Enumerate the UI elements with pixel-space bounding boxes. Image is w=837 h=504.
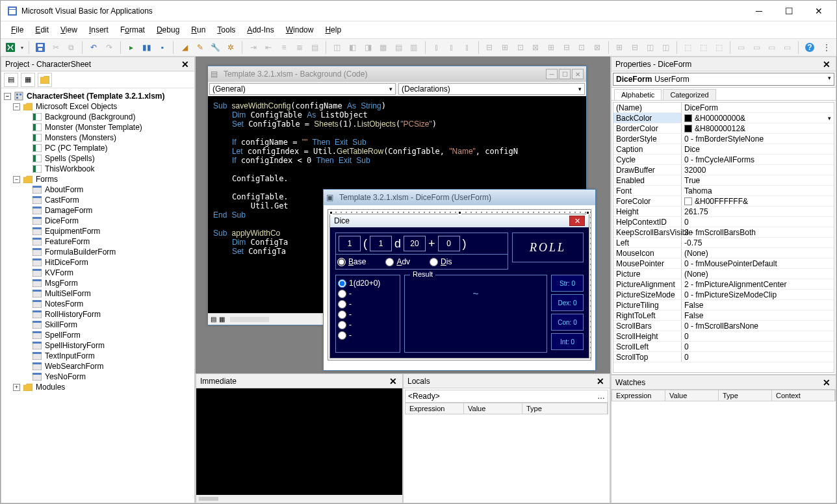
tb-icon[interactable]: ⬚ xyxy=(712,40,726,55)
close-icon[interactable]: ✕ xyxy=(180,59,190,69)
tree-item[interactable]: KVForm xyxy=(1,268,194,278)
tb-icon[interactable]: ⫿ xyxy=(444,40,459,55)
ellipsis-icon[interactable]: … xyxy=(597,392,605,401)
roll-button[interactable]: ROLL xyxy=(512,233,584,262)
properties-grid[interactable]: (Name)DiceFormBackColor&H00000000&▾Borde… xyxy=(613,102,834,373)
property-row[interactable]: HelpContextID0 xyxy=(613,217,834,227)
tb-icon[interactable]: ◧ xyxy=(346,40,360,55)
tb-icon[interactable]: ⬚ xyxy=(697,40,711,55)
property-row[interactable]: PictureSizeMode0 - fmPictureSizeModeClip xyxy=(613,290,834,300)
stat-button[interactable]: Dex: 0 xyxy=(551,294,584,311)
tb-icon[interactable]: ≣ xyxy=(292,40,307,55)
property-row[interactable]: (Name)DiceForm xyxy=(613,103,834,113)
tb-icon[interactable]: ⫿ xyxy=(430,40,444,55)
tb-icon[interactable]: ⊠ xyxy=(528,40,543,55)
close-button[interactable]: ✕ xyxy=(804,1,834,21)
dice-userform[interactable]: Dice ✕ ( xyxy=(329,214,589,359)
tb-icon[interactable]: ▤ xyxy=(307,40,322,55)
tb-icon[interactable]: ▭ xyxy=(750,40,764,55)
tb-icon[interactable]: ≡ xyxy=(277,40,291,55)
view-excel-icon[interactable] xyxy=(3,40,18,55)
tree-item[interactable]: −Microsoft Excel Objects xyxy=(1,101,194,112)
redo-icon[interactable]: ↷ xyxy=(102,40,116,55)
property-row[interactable]: CaptionDice xyxy=(613,144,834,155)
property-row[interactable]: ForeColor&H00FFFFFF& xyxy=(613,196,834,207)
property-row[interactable]: Cycle0 - fmCycleAllForms xyxy=(613,155,834,165)
tb-icon[interactable]: ▭ xyxy=(734,40,749,55)
toolbar-overflow-icon[interactable]: ⋮ xyxy=(819,40,834,55)
stat-button[interactable]: Str: 0 xyxy=(551,275,584,292)
minimize-button[interactable]: ─ xyxy=(744,1,774,21)
tb-icon[interactable]: ⊟ xyxy=(628,40,642,55)
property-row[interactable]: Height261.75 xyxy=(613,207,834,217)
code-proc-dropdown[interactable]: (Declarations)▾ xyxy=(398,83,585,95)
radio-base[interactable]: Base xyxy=(337,257,366,266)
menu-file[interactable]: File xyxy=(6,23,29,37)
menu-format[interactable]: Format xyxy=(115,23,150,37)
close-icon[interactable]: ✕ xyxy=(821,377,832,388)
watches-pane[interactable] xyxy=(612,401,836,503)
maximize-icon[interactable]: ☐ xyxy=(559,69,571,79)
form-window-title[interactable]: ▣ Template 3.2.1.xlsm - DiceForm (UserFo… xyxy=(324,190,595,205)
tb-icon[interactable]: ⊞ xyxy=(613,40,627,55)
tree-item[interactable]: FormulaBuilderForm xyxy=(1,247,194,257)
run-icon[interactable]: ▸ xyxy=(125,40,139,55)
tree-item[interactable]: −CharacterSheet (Template 3.2.1.xlsm) xyxy=(1,91,194,101)
tree-item[interactable]: CastForm xyxy=(1,195,194,205)
view-icon[interactable]: ▦ xyxy=(219,316,225,323)
tree-item[interactable]: SkillForm xyxy=(1,320,194,330)
tree-item[interactable]: Monster (Monster Template) xyxy=(1,122,194,132)
property-row[interactable]: PictureAlignment2 - fmPictureAlignmentCe… xyxy=(613,279,834,290)
menu-addins[interactable]: Add-Ins xyxy=(242,23,279,37)
tb-icon[interactable]: ⊞ xyxy=(498,40,512,55)
hand-icon[interactable]: ✲ xyxy=(224,40,238,55)
property-row[interactable]: FontTahoma xyxy=(613,186,834,196)
tree-item[interactable]: DiceForm xyxy=(1,216,194,226)
tb-icon[interactable]: ▤ xyxy=(391,40,406,55)
tree-item[interactable]: NotesForm xyxy=(1,299,194,309)
property-row[interactable]: Picture(None) xyxy=(613,269,834,279)
code-window-title[interactable]: ▤ Template 3.2.1.xlsm - Background (Code… xyxy=(208,66,586,82)
break-icon[interactable]: ▮▮ xyxy=(140,40,154,55)
tb-icon[interactable]: ◫ xyxy=(330,40,344,55)
tb-icon[interactable]: ◫ xyxy=(658,40,673,55)
outdent-icon[interactable]: ⇤ xyxy=(262,40,276,55)
project-tree[interactable]: −CharacterSheet (Template 3.2.1.xlsm)−Mi… xyxy=(1,88,194,503)
tb-icon[interactable]: ▦ xyxy=(376,40,391,55)
property-row[interactable]: ScrollTop0 xyxy=(613,352,834,362)
tab-alphabetic[interactable]: Alphabetic xyxy=(614,89,662,100)
dice-sides-input[interactable] xyxy=(404,236,426,251)
menu-insert[interactable]: Insert xyxy=(84,23,114,37)
scrollbar[interactable] xyxy=(230,317,269,322)
object-selector[interactable]: DiceForm UserForm▾ xyxy=(613,73,834,86)
tb-icon[interactable]: ▭ xyxy=(780,40,795,55)
dice-mod-input[interactable] xyxy=(438,236,460,251)
close-icon[interactable]: ✕ xyxy=(388,376,398,386)
tree-item[interactable]: RollHistoryForm xyxy=(1,309,194,320)
help-icon[interactable]: ? xyxy=(803,40,817,55)
property-row[interactable]: ScrollHeight0 xyxy=(613,331,834,342)
options-list[interactable]: 1(d20+0) - - - - - xyxy=(335,275,400,353)
view-icon[interactable]: ▤ xyxy=(211,316,216,323)
tb-icon[interactable]: ⊡ xyxy=(513,40,528,55)
tree-item[interactable]: DamageForm xyxy=(1,205,194,216)
close-icon[interactable]: ✕ xyxy=(569,216,585,226)
tb-icon[interactable]: ⊠ xyxy=(590,40,604,55)
dice-count-input[interactable] xyxy=(339,236,361,251)
menu-tools[interactable]: Tools xyxy=(212,23,240,37)
tree-item[interactable]: HitDiceForm xyxy=(1,257,194,268)
tree-item[interactable]: Spells (Spells) xyxy=(1,153,194,164)
tree-item[interactable]: ThisWorkbook xyxy=(1,164,194,174)
property-row[interactable]: RightToLeftFalse xyxy=(613,310,834,321)
design-mode-icon[interactable]: ◢ xyxy=(177,40,192,55)
maximize-button[interactable]: ☐ xyxy=(774,1,804,21)
close-icon[interactable]: ✕ xyxy=(821,59,832,69)
property-row[interactable]: BorderColor&H80000012& xyxy=(613,123,834,134)
undo-icon[interactable]: ↶ xyxy=(86,40,101,55)
copy-icon[interactable]: ⧉ xyxy=(64,40,79,55)
cut-icon[interactable]: ✂ xyxy=(49,40,63,55)
folder-icon[interactable] xyxy=(38,73,52,87)
property-row[interactable]: PictureTilingFalse xyxy=(613,300,834,310)
radio-adv[interactable]: Adv xyxy=(385,257,410,266)
stat-button[interactable]: Int: 0 xyxy=(551,333,584,350)
